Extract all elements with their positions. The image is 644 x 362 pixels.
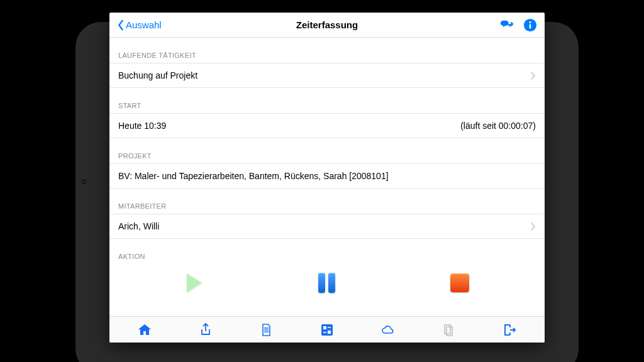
play-icon (187, 273, 202, 292)
action-buttons (109, 264, 545, 308)
stop-button[interactable] (447, 270, 472, 295)
section-header-employee: MITARBEITER (109, 189, 545, 214)
chevron-left-icon (117, 19, 125, 31)
share-icon[interactable] (198, 322, 213, 337)
chevron-right-icon (531, 72, 536, 80)
svg-rect-1 (530, 24, 531, 28)
content-area: LAUFENDE TÄTIGKEIT Buchung auf Projekt S… (109, 38, 545, 316)
chat-icon[interactable] (499, 18, 513, 32)
app-screen: Auswahl Zeiterfassung LAUFENDE TÄTIGKEIT… (109, 13, 545, 343)
row-activity-value: Buchung auf Projekt (118, 70, 197, 80)
row-project-value: BV: Maler- und Tapezierarbeiten, Bantem,… (118, 171, 389, 181)
cloud-icon[interactable] (380, 322, 396, 337)
exit-icon[interactable] (502, 322, 517, 337)
page-title: Zeiterfassung (109, 19, 545, 30)
nav-bar: Auswahl Zeiterfassung (109, 13, 545, 38)
info-icon[interactable] (523, 18, 537, 32)
tablet-camera (80, 178, 87, 185)
section-header-project: PROJEKT (109, 138, 545, 163)
stack-icon[interactable] (441, 322, 456, 337)
chevron-right-icon (531, 222, 536, 231)
row-start-detail: (läuft seit 00:00:07) (460, 121, 536, 131)
row-employee[interactable]: Arich, Willi (109, 214, 545, 239)
module-icon[interactable] (319, 322, 335, 337)
bottom-toolbar (109, 316, 545, 343)
svg-rect-5 (328, 331, 331, 334)
section-header-activity: LAUFENDE TÄTIGKEIT (109, 38, 545, 63)
row-start: Heute 10:39 (läuft seit 00:00:07) (109, 113, 545, 138)
section-header-start: START (109, 88, 545, 113)
row-employee-value: Arich, Willi (118, 221, 159, 231)
pause-button[interactable] (314, 270, 340, 295)
back-button[interactable]: Auswahl (117, 19, 162, 31)
svg-rect-4 (323, 326, 326, 329)
nav-actions (499, 18, 537, 32)
svg-point-2 (530, 21, 531, 23)
stop-icon (450, 273, 469, 292)
document-icon[interactable] (258, 322, 274, 337)
svg-rect-3 (321, 324, 333, 336)
section-header-action: AKTION (109, 239, 545, 264)
back-label: Auswahl (126, 19, 162, 30)
row-activity[interactable]: Buchung auf Projekt (109, 63, 545, 88)
play-button[interactable] (182, 270, 207, 295)
home-icon[interactable] (137, 322, 152, 337)
row-start-value: Heute 10:39 (118, 121, 166, 131)
pause-icon (318, 273, 335, 293)
row-project[interactable]: BV: Maler- und Tapezierarbeiten, Bantem,… (109, 163, 545, 189)
